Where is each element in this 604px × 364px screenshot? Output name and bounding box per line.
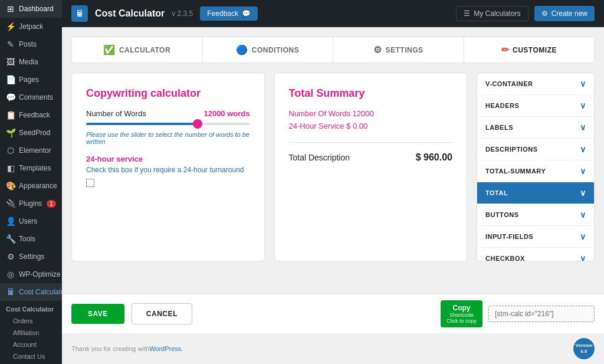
tab-conditions[interactable]: 🔵 CONDITIONS: [203, 37, 334, 63]
summary-card: Total Summary Number Of Words 12000 24-H…: [274, 73, 468, 261]
tab-calculator[interactable]: ✅ CALCULATOR: [72, 37, 203, 63]
sidebar-sub-orders[interactable]: Orders: [0, 315, 62, 327]
sidebar-item-label: Posts: [19, 40, 37, 48]
total-summary-label: TOTAL-SUMMARY: [485, 168, 546, 175]
sidebar-item-label: Pages: [19, 76, 39, 84]
sidebar-item-label: Elementor: [19, 146, 51, 155]
main-area: 🖩 Cost Calculator v 2.3.5 Feedback 💬 ☰ M…: [62, 0, 604, 364]
tab-customize[interactable]: ✏ CUSTOMIZE: [464, 37, 595, 63]
sidebar-item-label: Dashboard: [19, 5, 54, 13]
labels-label: LABELS: [485, 124, 513, 131]
sidebar-item-comments[interactable]: 💬 Comments: [0, 88, 62, 106]
sidebar-item-label: Tools: [19, 235, 35, 243]
sidebar-sub-affiliation[interactable]: Affiliation: [0, 327, 62, 339]
sidebar-item-wp-optimize[interactable]: ◎ WP-Optimize: [0, 265, 62, 283]
buttons-label: BUTTONS: [485, 211, 518, 218]
feedback-label: Feedback: [207, 9, 238, 18]
cancel-button[interactable]: CANCEL: [132, 303, 192, 324]
plugins-icon: 🔌: [6, 199, 15, 208]
tab-bar: ✅ CALCULATOR 🔵 CONDITIONS ⚙ SETTINGS ✏ C…: [71, 37, 595, 63]
sidebar-item-feedback[interactable]: 📋 Feedback: [0, 106, 62, 124]
shortcode-label: ShortcodeClick to copy: [447, 312, 477, 324]
field-label-text: Number of Words: [86, 109, 146, 118]
tools-icon: 🔧: [6, 234, 15, 244]
my-calcs-label: My Calculators: [474, 9, 520, 18]
calculator-card: Copywriting calculator Number of Words 1…: [71, 73, 265, 261]
sidebar-item-posts[interactable]: ✎ Posts: [0, 35, 62, 53]
sidebar-item-jetpack[interactable]: ⚡ Jetpack: [0, 18, 62, 35]
sidebar-item-media[interactable]: 🖼 Media: [0, 53, 62, 71]
copy-label: Copy: [452, 304, 470, 312]
sidebar-item-label: SeedProd: [19, 129, 50, 137]
range-thumb[interactable]: [193, 119, 202, 129]
cost-calculator-icon: 🖩: [6, 287, 15, 297]
summary-total-label: Total Description: [289, 153, 350, 162]
customize-input-fields[interactable]: INPUT-FIELDS ∨: [477, 226, 594, 248]
sidebar-item-dashboard[interactable]: ⊞ Dashboard: [0, 0, 62, 18]
app-version: v 2.3.5: [172, 9, 193, 18]
customize-labels[interactable]: LABELS ∨: [477, 117, 594, 139]
version-text: Version 6.0: [573, 343, 595, 354]
copy-button[interactable]: Copy ShortcodeClick to copy: [441, 300, 482, 327]
my-calculators-button[interactable]: ☰ My Calculators: [456, 6, 528, 21]
customize-total[interactable]: TOTAL ∨: [477, 182, 594, 204]
settings-icon: ⚙: [6, 252, 15, 261]
users-icon: 👤: [6, 217, 15, 226]
sidebar-item-templates[interactable]: ◧ Templates: [0, 159, 62, 177]
sidebar-item-pages[interactable]: 📄 Pages: [0, 71, 62, 88]
app-title: Cost Calculator: [95, 8, 165, 19]
sidebar-item-elementor[interactable]: ⬡ Elementor: [0, 142, 62, 159]
tab-customize-label: CUSTOMIZE: [513, 46, 557, 54]
customize-checkbox[interactable]: CHECKBOX ∨: [477, 248, 594, 261]
create-new-button[interactable]: ⚙ Create new: [534, 6, 595, 21]
pages-icon: 📄: [6, 75, 15, 84]
service-checkbox[interactable]: [86, 179, 94, 187]
calc-panels: Copywriting calculator Number of Words 1…: [71, 73, 467, 261]
sidebar-item-plugins[interactable]: 🔌 Plugins 1: [0, 195, 62, 212]
templates-icon: ◧: [6, 163, 15, 173]
calculator-title: Copywriting calculator: [86, 87, 250, 100]
customize-descriptions[interactable]: DESCRIPTIONS ∨: [477, 139, 594, 160]
sidebar-item-settings[interactable]: ⚙ Settings: [0, 248, 62, 265]
cost-calculator-group: Cost Calculator: [0, 301, 62, 315]
feedback-button[interactable]: Feedback 💬: [200, 6, 258, 21]
sidebar-item-label: Templates: [19, 164, 51, 172]
seedprod-icon: 🌱: [6, 128, 15, 137]
customize-buttons[interactable]: BUTTONS ∨: [477, 204, 594, 226]
service-desc: Check this box if you require a 24-hour …: [86, 166, 250, 174]
descriptions-label: DESCRIPTIONS: [485, 146, 538, 153]
media-icon: 🖼: [6, 57, 15, 67]
sidebar-item-label: Appearance: [19, 182, 57, 190]
chevron-icon: ∨: [580, 210, 586, 219]
sidebar-item-users[interactable]: 👤 Users: [0, 212, 62, 230]
service-label: 24-hour service: [86, 155, 250, 163]
sidebar-item-label: Jetpack: [19, 22, 43, 31]
sidebar-item-appearance[interactable]: 🎨 Appearance: [0, 177, 62, 195]
customize-headers[interactable]: HEADERS ∨: [477, 95, 594, 117]
app-logo: 🖩: [71, 5, 88, 22]
sidebar-sub-contact[interactable]: Contact Us: [0, 350, 62, 362]
sidebar-item-cost-calculator[interactable]: 🖩 Cost Calculator: [0, 283, 62, 301]
chevron-icon: ∨: [580, 188, 586, 198]
save-button[interactable]: SAVE: [71, 304, 124, 324]
chevron-icon: ∨: [580, 123, 586, 132]
main-grid: Copywriting calculator Number of Words 1…: [71, 73, 595, 261]
shortcode-input[interactable]: [488, 306, 595, 322]
customize-v-container[interactable]: V-CONTAINER ∨: [477, 73, 594, 95]
summary-item-1: Number Of Words 12000: [289, 109, 453, 118]
total-label: TOTAL: [485, 189, 508, 196]
sidebar-item-seedprod[interactable]: 🌱 SeedProd: [0, 124, 62, 142]
summary-title: Total Summary: [289, 87, 453, 100]
sidebar-sub-account[interactable]: Account: [0, 339, 62, 350]
sidebar-item-tools[interactable]: 🔧 Tools: [0, 230, 62, 248]
shortcode-area: Copy ShortcodeClick to copy: [441, 300, 595, 327]
create-new-label: Create new: [552, 9, 587, 18]
topbar-right: ☰ My Calculators ⚙ Create new: [456, 6, 595, 21]
menu-icon: ☰: [464, 9, 470, 18]
tab-settings[interactable]: ⚙ SETTINGS: [333, 37, 464, 63]
wp-optimize-icon: ◎: [6, 270, 15, 279]
footer-link[interactable]: WordPress.: [149, 345, 183, 352]
customize-total-summary[interactable]: TOTAL-SUMMARY ∨: [477, 160, 594, 182]
tab-conditions-label: CONDITIONS: [252, 46, 299, 54]
summary-total-row: Total Description $ 960.00: [289, 142, 453, 163]
